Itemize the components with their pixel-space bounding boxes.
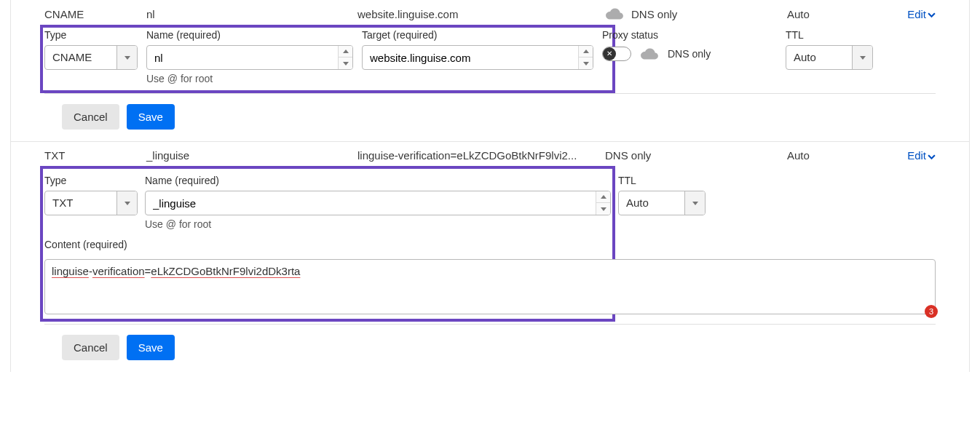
chevron-down-icon xyxy=(116,46,137,69)
error-count-badge: 3 xyxy=(925,305,938,318)
record-ttl: Auto xyxy=(787,149,900,162)
content-field: Content (required) linguise-verification… xyxy=(44,239,936,317)
cloud-icon xyxy=(605,7,624,20)
proxy-value: DNS only xyxy=(668,48,711,60)
edit-link[interactable]: Edit xyxy=(907,149,936,162)
type-select[interactable]: TXT xyxy=(44,191,138,215)
record-type: TXT xyxy=(44,149,146,162)
record-ttl: Auto xyxy=(787,8,900,20)
name-input-text[interactable] xyxy=(147,46,338,69)
name-input[interactable] xyxy=(145,191,611,215)
name-label: Name (required) xyxy=(146,29,353,41)
ttl-field: TTL Auto xyxy=(786,29,936,70)
target-field: Target (required) xyxy=(362,29,593,70)
name-field: Name (required) Use @ for root xyxy=(146,29,353,84)
save-button[interactable]: Save xyxy=(127,104,175,130)
chevron-down-icon xyxy=(928,153,936,161)
name-helper: Use @ for root xyxy=(145,218,611,230)
type-select[interactable]: CNAME xyxy=(44,45,138,70)
spinner-icon[interactable] xyxy=(578,46,593,69)
cname-edit-form: Type CNAME Name (required) Use xyxy=(11,25,969,86)
name-helper: Use @ for root xyxy=(146,73,353,84)
edit-link[interactable]: Edit xyxy=(907,8,936,20)
chevron-down-icon xyxy=(928,11,936,19)
name-input-text[interactable] xyxy=(146,191,596,215)
txt-edit-form: Type TXT Name (required) Use @ xyxy=(11,166,969,231)
target-input[interactable] xyxy=(362,45,593,70)
cancel-button[interactable]: Cancel xyxy=(62,335,119,360)
record-proxy-status: DNS only xyxy=(605,149,787,162)
txt-record-row: TXT _linguise linguise-verification=eLkZ… xyxy=(11,142,969,166)
record-target: website.linguise.com xyxy=(357,8,605,20)
spinner-icon[interactable] xyxy=(338,46,352,69)
proxy-field: Proxy status ✕ DNS only xyxy=(602,29,777,61)
target-input-text[interactable] xyxy=(363,46,578,69)
ttl-label: TTL xyxy=(786,29,936,41)
chevron-down-icon xyxy=(116,191,137,215)
type-field: Type TXT xyxy=(44,175,138,215)
type-label: Type xyxy=(44,175,138,186)
chevron-down-icon xyxy=(684,191,705,215)
proxy-label: Proxy status xyxy=(602,29,777,41)
chevron-down-icon xyxy=(852,46,872,69)
cloud-icon xyxy=(640,47,659,60)
name-input[interactable] xyxy=(146,45,353,70)
record-type: CNAME xyxy=(44,8,146,20)
spinner-icon[interactable] xyxy=(596,191,610,215)
save-button[interactable]: Save xyxy=(127,335,175,360)
name-label: Name (required) xyxy=(145,175,611,186)
cancel-button[interactable]: Cancel xyxy=(62,104,119,130)
cname-record-row: CNAME nl website.linguise.com DNS only A… xyxy=(11,0,969,25)
ttl-select[interactable]: Auto xyxy=(618,191,706,215)
type-field: Type CNAME xyxy=(44,29,138,70)
record-content: linguise-verification=eLkZCDGoBtkNrF9lvi… xyxy=(357,149,605,162)
record-name: _linguise xyxy=(146,149,357,162)
record-proxy-status: DNS only xyxy=(605,7,787,20)
proxy-toggle[interactable]: ✕ xyxy=(602,47,631,61)
name-field: Name (required) Use @ for root xyxy=(145,175,611,230)
button-row: Cancel Save xyxy=(11,94,969,141)
type-label: Type xyxy=(44,29,138,41)
record-name: nl xyxy=(146,8,357,20)
content-label: Content (required) xyxy=(44,239,936,255)
content-textarea[interactable] xyxy=(44,259,936,314)
button-row: Cancel Save xyxy=(11,325,969,372)
ttl-field: TTL Auto xyxy=(618,175,936,215)
ttl-select[interactable]: Auto xyxy=(786,45,873,70)
ttl-label: TTL xyxy=(618,175,936,186)
target-label: Target (required) xyxy=(362,29,593,41)
